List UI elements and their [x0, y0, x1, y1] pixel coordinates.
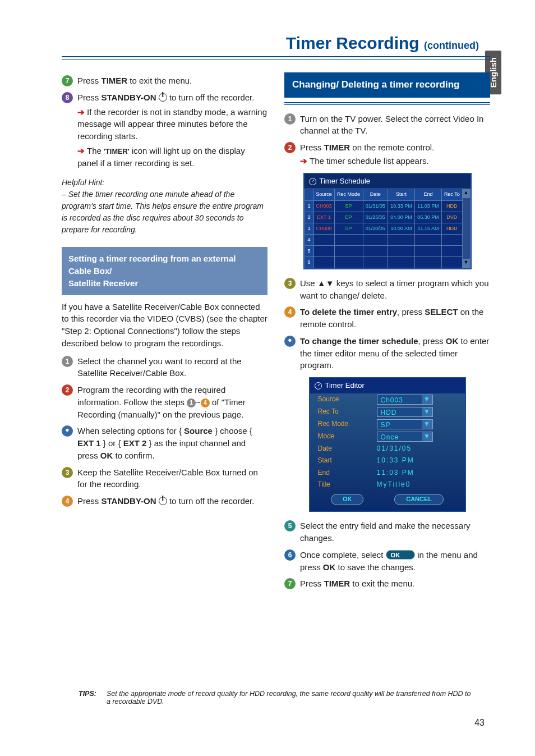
editor-dropdown[interactable]: Ch003▼ — [377, 395, 433, 405]
table-row[interactable]: 6 — [305, 256, 470, 268]
cable-step-bullet: • When selecting options for { Source } … — [62, 425, 268, 461]
editor-value[interactable]: 11:03 PM — [377, 468, 457, 478]
td — [363, 256, 388, 268]
td: 4 — [305, 234, 313, 245]
editor-row[interactable]: TitleMyTitle0 — [310, 479, 465, 491]
text-bold: TIMER — [324, 579, 350, 588]
th: Rec To — [442, 189, 462, 200]
editor-cancel-button[interactable]: CANCEL — [394, 494, 444, 505]
text: to exit the menu. — [127, 76, 192, 85]
cable-step-4: 4 Press STANDBY-ON to turn off the recor… — [62, 495, 268, 507]
td: 11.15 AM — [414, 223, 441, 234]
title-underline — [62, 59, 490, 60]
text: Press — [77, 76, 102, 85]
table-row[interactable]: 1 CH003 SP 01/31/05 10.33 PM 11.03 PM HD… — [305, 200, 470, 212]
editor-label: Rec Mode — [318, 419, 377, 429]
editor-row[interactable]: Start10:33 PM — [310, 455, 465, 466]
chevron-down-icon[interactable]: ▼ — [422, 420, 432, 429]
editor-value[interactable]: MyTitle0 — [377, 480, 457, 489]
td — [313, 256, 334, 268]
text: If the recorder is not in standby mode, … — [77, 107, 267, 141]
tips-label: TIPS: — [79, 690, 96, 705]
r-step-5: 5 Select the entry field and make the ne… — [284, 520, 490, 544]
text-smallcaps: 'TIMER' — [104, 147, 130, 155]
td — [334, 234, 363, 245]
text: , press — [418, 336, 446, 346]
arrow-icon: ➔ — [77, 107, 85, 117]
editor-rows: SourceCh003▼Rec ToHDD▼Rec ModeSP▼ModeOnc… — [310, 393, 465, 491]
step-number-4: 4 — [62, 496, 73, 507]
title-main: Timer Recording — [286, 34, 424, 52]
text: } choose { — [213, 426, 252, 436]
chevron-down-icon[interactable]: ▼ — [422, 432, 432, 441]
timer-editor-panel: Timer Editor SourceCh003▼Rec ToHDD▼Rec M… — [309, 377, 466, 512]
text-bold: SELECT — [425, 307, 458, 317]
table-row[interactable]: 2 EXT 1 EP 01/25/05 04.00 PM 05.30 PM DV… — [305, 212, 470, 223]
editor-dropdown[interactable]: Once▼ — [377, 432, 433, 442]
td: 05.30 PM — [414, 212, 441, 223]
step-8: 8 Press STANDBY-ON to turn off the recor… — [62, 91, 268, 169]
td — [313, 245, 334, 256]
editor-row[interactable]: SourceCh003▼ — [310, 393, 465, 406]
step-body: To delete the timer entry, press SELECT … — [300, 306, 490, 331]
td: 10.00 AM — [388, 223, 414, 234]
editor-label: Title — [318, 480, 377, 489]
step-body: Once complete, select OK in the menu and… — [300, 549, 490, 574]
editor-ok-button[interactable]: OK — [331, 494, 364, 505]
td: SP — [334, 223, 363, 234]
inline-number-1: 1 — [187, 398, 196, 407]
right-column: Changing/ Deleting a timer recording 1 T… — [284, 70, 490, 594]
r-step-1: 1 Turn on the TV power. Select the corre… — [284, 113, 490, 138]
clock-icon — [309, 178, 316, 185]
title-sub: (continued) — [424, 40, 479, 51]
editor-dropdown[interactable]: HDD▼ — [377, 407, 433, 417]
page-number: 43 — [474, 718, 485, 728]
td: 11.03 PM — [414, 200, 441, 212]
text: Press — [300, 143, 324, 152]
tips-body: Set the appropriate mode of record quali… — [107, 690, 473, 705]
text-bold: TIMER — [324, 143, 350, 152]
chevron-down-icon[interactable]: ▼ — [422, 395, 432, 404]
text: on the remote control. — [350, 143, 434, 152]
scrollbar[interactable]: ▲ ▼ — [462, 189, 470, 268]
editor-value[interactable]: 10:33 PM — [377, 456, 457, 465]
step-body: Press STANDBY-ON to turn off the recorde… — [77, 495, 268, 507]
hint-body: – Set the timer recording one minute ahe… — [62, 189, 268, 236]
cable-step-3: 3 Keep the Satellite Receiver/Cable Box … — [62, 466, 268, 491]
td: EP — [334, 212, 363, 223]
td: DVD — [442, 212, 462, 223]
inline-number-4: 4 — [201, 398, 210, 407]
bullet-icon: • — [284, 336, 296, 347]
section-rule — [284, 102, 490, 103]
editor-row[interactable]: Rec ModeSP▼ — [310, 418, 465, 430]
cable-step-2: 2 Program the recording with the require… — [62, 384, 268, 420]
table-row[interactable]: 4 — [305, 234, 470, 245]
editor-row[interactable]: Rec ToHDD▼ — [310, 406, 465, 418]
columns: 7 Press TIMER to exit the menu. 8 Press … — [62, 70, 490, 594]
step-body: To change the timer schedule, press OK t… — [300, 335, 490, 372]
text: Press — [300, 579, 324, 588]
td: 1 — [305, 200, 313, 212]
text: to turn off the recorder. — [169, 496, 254, 506]
editor-value[interactable]: 01/31/05 — [377, 444, 457, 453]
editor-row[interactable]: Date01/31/05 — [310, 443, 465, 455]
step-number-5: 5 — [284, 520, 296, 532]
power-icon — [159, 497, 167, 505]
editor-row[interactable]: ModeOnce▼ — [310, 430, 465, 443]
power-icon — [159, 93, 167, 102]
text: When selecting options for { — [77, 426, 184, 436]
chevron-down-icon[interactable]: ▼ — [422, 407, 432, 416]
step-body: Select the channel you want to record at… — [77, 355, 268, 380]
table-row[interactable]: 5 — [305, 245, 470, 256]
callout-body: If you have a Satellite Receiver/Cable B… — [62, 301, 268, 350]
td: 3 — [305, 223, 313, 234]
editor-dropdown[interactable]: SP▼ — [377, 419, 433, 429]
td: CH008 — [313, 223, 334, 234]
schedule-title: Timer Schedule — [320, 176, 371, 187]
td — [363, 234, 388, 245]
td: 01/25/05 — [363, 212, 388, 223]
page-title: Timer Recording (continued) — [62, 34, 490, 57]
editor-row[interactable]: End11:03 PM — [310, 467, 465, 479]
table-row[interactable]: 3 CH008 SP 01/30/05 10.00 AM 11.15 AM HD… — [305, 223, 470, 234]
th: Date — [363, 189, 388, 200]
